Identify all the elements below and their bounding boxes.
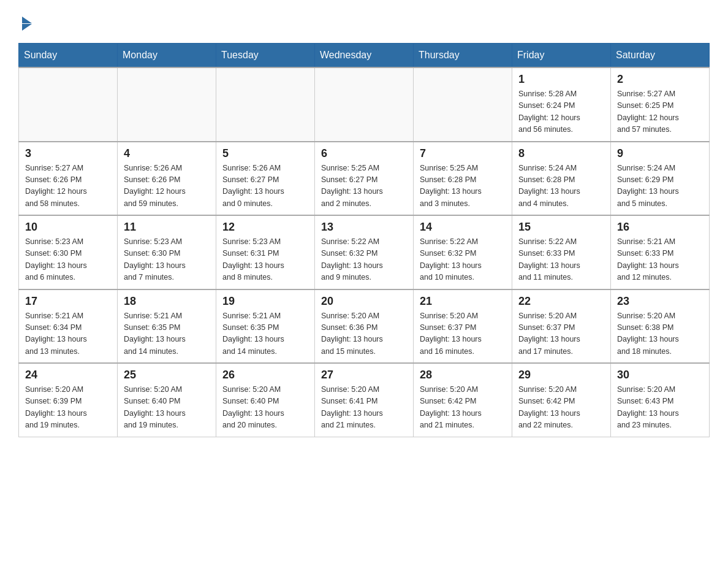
day-number: 27 — [321, 369, 407, 381]
day-number: 20 — [321, 295, 407, 308]
calendar-cell: 22Sunrise: 5:20 AM Sunset: 6:37 PM Dayli… — [512, 289, 611, 364]
logo — [18, 12, 32, 31]
day-number: 15 — [518, 221, 604, 234]
day-number: 5 — [222, 147, 308, 160]
day-info: Sunrise: 5:26 AM Sunset: 6:27 PM Dayligh… — [222, 163, 308, 210]
calendar-cell: 20Sunrise: 5:20 AM Sunset: 6:36 PM Dayli… — [315, 289, 414, 364]
calendar-cell: 7Sunrise: 5:25 AM Sunset: 6:28 PM Daylig… — [414, 142, 512, 216]
day-number: 9 — [617, 147, 703, 160]
day-info: Sunrise: 5:21 AM Sunset: 6:33 PM Dayligh… — [617, 236, 703, 284]
day-info: Sunrise: 5:23 AM Sunset: 6:31 PM Dayligh… — [222, 236, 308, 284]
day-info: Sunrise: 5:23 AM Sunset: 6:30 PM Dayligh… — [124, 236, 210, 284]
calendar-cell — [19, 67, 118, 142]
calendar-cell: 19Sunrise: 5:21 AM Sunset: 6:35 PM Dayli… — [216, 289, 315, 364]
day-number: 22 — [518, 295, 604, 308]
weekday-header-wednesday: Wednesday — [315, 44, 414, 68]
weekday-header-monday: Monday — [118, 44, 216, 68]
calendar-cell: 30Sunrise: 5:20 AM Sunset: 6:43 PM Dayli… — [611, 363, 710, 437]
day-number: 25 — [124, 369, 210, 381]
week-row-3: 10Sunrise: 5:23 AM Sunset: 6:30 PM Dayli… — [19, 215, 710, 289]
calendar-cell — [315, 67, 414, 142]
day-number: 14 — [420, 221, 506, 234]
day-info: Sunrise: 5:21 AM Sunset: 6:35 PM Dayligh… — [222, 310, 308, 358]
calendar-cell: 6Sunrise: 5:25 AM Sunset: 6:27 PM Daylig… — [315, 142, 414, 216]
day-info: Sunrise: 5:20 AM Sunset: 6:40 PM Dayligh… — [222, 384, 308, 432]
calendar-cell: 18Sunrise: 5:21 AM Sunset: 6:35 PM Dayli… — [118, 289, 216, 364]
calendar-cell: 9Sunrise: 5:24 AM Sunset: 6:29 PM Daylig… — [611, 142, 710, 216]
weekday-header-tuesday: Tuesday — [216, 44, 315, 68]
day-info: Sunrise: 5:20 AM Sunset: 6:37 PM Dayligh… — [420, 310, 506, 358]
calendar-cell: 10Sunrise: 5:23 AM Sunset: 6:30 PM Dayli… — [19, 215, 118, 289]
day-number: 3 — [25, 147, 111, 160]
weekday-header-saturday: Saturday — [611, 44, 710, 68]
day-number: 16 — [617, 221, 703, 234]
calendar-cell: 17Sunrise: 5:21 AM Sunset: 6:34 PM Dayli… — [19, 289, 118, 364]
day-number: 1 — [518, 73, 604, 86]
day-number: 29 — [518, 369, 604, 381]
calendar-cell: 4Sunrise: 5:26 AM Sunset: 6:26 PM Daylig… — [118, 142, 216, 216]
calendar-cell: 8Sunrise: 5:24 AM Sunset: 6:28 PM Daylig… — [512, 142, 611, 216]
calendar-cell: 5Sunrise: 5:26 AM Sunset: 6:27 PM Daylig… — [216, 142, 315, 216]
day-number: 19 — [222, 295, 308, 308]
day-number: 21 — [420, 295, 506, 308]
day-number: 23 — [617, 295, 703, 308]
day-info: Sunrise: 5:26 AM Sunset: 6:26 PM Dayligh… — [124, 163, 210, 210]
day-info: Sunrise: 5:20 AM Sunset: 6:41 PM Dayligh… — [321, 384, 407, 432]
day-info: Sunrise: 5:23 AM Sunset: 6:30 PM Dayligh… — [25, 236, 111, 284]
week-row-2: 3Sunrise: 5:27 AM Sunset: 6:26 PM Daylig… — [19, 142, 710, 216]
weekday-header-sunday: Sunday — [19, 44, 118, 68]
page-header — [18, 12, 710, 31]
week-row-1: 1Sunrise: 5:28 AM Sunset: 6:24 PM Daylig… — [19, 67, 710, 142]
calendar-cell: 11Sunrise: 5:23 AM Sunset: 6:30 PM Dayli… — [118, 215, 216, 289]
calendar-cell: 16Sunrise: 5:21 AM Sunset: 6:33 PM Dayli… — [611, 215, 710, 289]
day-info: Sunrise: 5:21 AM Sunset: 6:35 PM Dayligh… — [124, 310, 210, 358]
day-info: Sunrise: 5:25 AM Sunset: 6:28 PM Dayligh… — [420, 163, 506, 210]
calendar-cell: 25Sunrise: 5:20 AM Sunset: 6:40 PM Dayli… — [118, 363, 216, 437]
day-info: Sunrise: 5:20 AM Sunset: 6:42 PM Dayligh… — [420, 384, 506, 432]
day-number: 4 — [124, 147, 210, 160]
calendar-cell: 27Sunrise: 5:20 AM Sunset: 6:41 PM Dayli… — [315, 363, 414, 437]
calendar-cell: 1Sunrise: 5:28 AM Sunset: 6:24 PM Daylig… — [512, 67, 611, 142]
calendar-cell: 23Sunrise: 5:20 AM Sunset: 6:38 PM Dayli… — [611, 289, 710, 364]
day-info: Sunrise: 5:25 AM Sunset: 6:27 PM Dayligh… — [321, 163, 407, 210]
day-info: Sunrise: 5:24 AM Sunset: 6:28 PM Dayligh… — [518, 163, 604, 210]
day-number: 28 — [420, 369, 506, 381]
day-number: 7 — [420, 147, 506, 160]
calendar-cell: 21Sunrise: 5:20 AM Sunset: 6:37 PM Dayli… — [414, 289, 512, 364]
day-number: 18 — [124, 295, 210, 308]
day-number: 12 — [222, 221, 308, 234]
day-number: 2 — [617, 73, 703, 86]
calendar-table: SundayMondayTuesdayWednesdayThursdayFrid… — [18, 43, 710, 437]
day-info: Sunrise: 5:20 AM Sunset: 6:39 PM Dayligh… — [25, 384, 111, 432]
day-info: Sunrise: 5:24 AM Sunset: 6:29 PM Dayligh… — [617, 163, 703, 210]
day-info: Sunrise: 5:27 AM Sunset: 6:25 PM Dayligh… — [617, 88, 703, 136]
calendar-cell: 26Sunrise: 5:20 AM Sunset: 6:40 PM Dayli… — [216, 363, 315, 437]
day-info: Sunrise: 5:20 AM Sunset: 6:37 PM Dayligh… — [518, 310, 604, 358]
weekday-header-friday: Friday — [512, 44, 611, 68]
day-number: 17 — [25, 295, 111, 308]
calendar-cell: 13Sunrise: 5:22 AM Sunset: 6:32 PM Dayli… — [315, 215, 414, 289]
day-number: 26 — [222, 369, 308, 381]
day-info: Sunrise: 5:22 AM Sunset: 6:32 PM Dayligh… — [420, 236, 506, 284]
day-info: Sunrise: 5:22 AM Sunset: 6:33 PM Dayligh… — [518, 236, 604, 284]
weekday-header-row: SundayMondayTuesdayWednesdayThursdayFrid… — [19, 44, 710, 68]
calendar-cell — [118, 67, 216, 142]
calendar-cell: 29Sunrise: 5:20 AM Sunset: 6:42 PM Dayli… — [512, 363, 611, 437]
day-info: Sunrise: 5:28 AM Sunset: 6:24 PM Dayligh… — [518, 88, 604, 136]
day-number: 30 — [617, 369, 703, 381]
day-number: 11 — [124, 221, 210, 234]
day-number: 10 — [25, 221, 111, 234]
calendar-cell: 15Sunrise: 5:22 AM Sunset: 6:33 PM Dayli… — [512, 215, 611, 289]
day-info: Sunrise: 5:20 AM Sunset: 6:36 PM Dayligh… — [321, 310, 407, 358]
day-info: Sunrise: 5:20 AM Sunset: 6:40 PM Dayligh… — [124, 384, 210, 432]
week-row-5: 24Sunrise: 5:20 AM Sunset: 6:39 PM Dayli… — [19, 363, 710, 437]
day-number: 13 — [321, 221, 407, 234]
day-info: Sunrise: 5:22 AM Sunset: 6:32 PM Dayligh… — [321, 236, 407, 284]
day-info: Sunrise: 5:27 AM Sunset: 6:26 PM Dayligh… — [25, 163, 111, 210]
day-number: 6 — [321, 147, 407, 160]
day-info: Sunrise: 5:20 AM Sunset: 6:43 PM Dayligh… — [617, 384, 703, 432]
calendar-cell: 12Sunrise: 5:23 AM Sunset: 6:31 PM Dayli… — [216, 215, 315, 289]
calendar-cell: 2Sunrise: 5:27 AM Sunset: 6:25 PM Daylig… — [611, 67, 710, 142]
day-info: Sunrise: 5:20 AM Sunset: 6:42 PM Dayligh… — [518, 384, 604, 432]
day-info: Sunrise: 5:20 AM Sunset: 6:38 PM Dayligh… — [617, 310, 703, 358]
